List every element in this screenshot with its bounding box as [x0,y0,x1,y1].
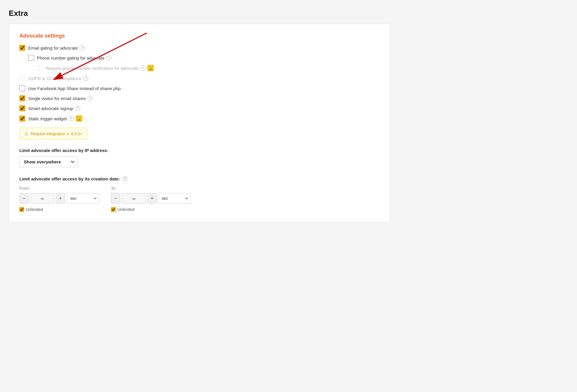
creation-date-section: Limit advocate offer access by its creat… [19,176,380,212]
from-plus-button[interactable]: + [56,193,65,204]
checkbox-single-visitor[interactable] [19,95,25,101]
checkbox-facebook-share[interactable] [19,85,25,91]
date-section-label: Limit advocate offer access by its creat… [19,176,380,181]
help-icon-phone-verification: ? [140,65,146,71]
label-phone-gating: Phone number gating for advocate ? [37,55,112,60]
label-gdpr: GDPR & CCPA compliance ? [28,76,88,81]
to-label: To: [111,186,191,191]
help-icon-email-gating: ? [80,45,85,50]
label-smart-advocate: Smart advocate signup ? [28,106,80,111]
checkbox-row-facebook-share: Use Facebook App Share instead of sharer… [19,85,380,91]
settings-card: Advocate settings Email gating for advoc… [9,24,390,222]
from-stepper-row: − + sec min hour day [19,193,99,204]
date-to-group: To: − + sec min hour day Unlimited [111,186,191,212]
ip-section: Limit advocate offer access by IP addres… [19,148,380,167]
warning-icon: ⚠ [24,131,28,136]
checkbox-phone-verification[interactable] [37,65,43,71]
checkbox-row-static-trigger: Static trigger widget ? 🔒 [19,115,380,122]
to-stepper-row: − + sec min hour day [111,193,191,204]
label-static-trigger: Static trigger widget ? 🔒 [28,115,82,122]
advocate-settings-title: Advocate settings [19,33,380,39]
help-icon-smart-advocate: ? [75,106,80,111]
checkboxes-block: Email gating for advocate ? Phone number… [19,45,380,122]
help-icon-static-trigger: ? [69,116,74,121]
ip-section-label: Limit advocate offer access by IP addres… [19,148,380,153]
label-single-visitor: Single visitor for email shares ? [28,96,93,101]
checkbox-row-gdpr: GDPR & CCPA compliance ? [19,75,380,81]
from-minus-button[interactable]: − [19,193,29,204]
help-icon-phone-gating: ? [106,55,112,60]
checkbox-smart-advocate[interactable] [19,105,25,111]
checkbox-static-trigger[interactable] [19,116,25,121]
date-from-group: From: − + sec min hour day Unlimited [19,186,99,212]
lock-badge-phone-verification: 🔒 [147,65,154,71]
from-unit-select[interactable]: sec min hour day [67,193,99,204]
from-unlimited-label: Unlimited [26,207,43,212]
to-unlimited-label: Unlimited [117,207,134,212]
from-value-input[interactable] [31,193,54,204]
to-value-input[interactable] [122,193,146,204]
help-icon-single-visitor: ? [87,96,93,101]
checkbox-row-smart-advocate: Smart advocate signup ? [19,105,380,111]
to-plus-button[interactable]: + [147,193,157,204]
ip-dropdown[interactable]: Show everywhere Restrict by IP [19,156,78,167]
label-facebook-share: Use Facebook App Share instead of sharer… [28,86,121,91]
to-unlimited-checkbox[interactable] [111,207,116,212]
checkbox-email-gating[interactable] [19,45,25,51]
date-limits: From: − + sec min hour day Unlimited [19,186,380,212]
to-unlimited-row: Unlimited [111,207,191,212]
checkbox-phone-gating[interactable] [28,55,34,61]
checkbox-gdpr[interactable] [19,75,25,81]
label-phone-verification: Require phone number verification for ad… [46,65,154,71]
lock-badge-static-trigger: 🔒 [76,115,82,122]
to-minus-button[interactable]: − [111,193,120,204]
from-unlimited-row: Unlimited [19,207,99,212]
checkbox-row-single-visitor: Single visitor for email shares ? [19,95,380,101]
from-unlimited-checkbox[interactable] [19,207,24,212]
help-icon-date: ? [122,176,128,181]
ip-dropdown-row: Show everywhere Restrict by IP [19,156,380,167]
warning-text: Require integration v. 4.3.0+ [31,131,82,136]
to-unit-select[interactable]: sec min hour day [158,193,191,204]
help-icon-gdpr: ? [83,76,88,81]
checkbox-row-phone-verification: Require phone number verification for ad… [37,65,380,71]
from-label: From: [19,186,99,191]
checkbox-row-email-gating: Email gating for advocate ? [19,45,380,51]
warning-box: ⚠ Require integration v. 4.3.0+ [19,128,87,140]
label-email-gating: Email gating for advocate ? [28,45,85,50]
page-title: Extra [9,9,568,18]
checkbox-row-phone-gating: Phone number gating for advocate ? [28,55,380,61]
